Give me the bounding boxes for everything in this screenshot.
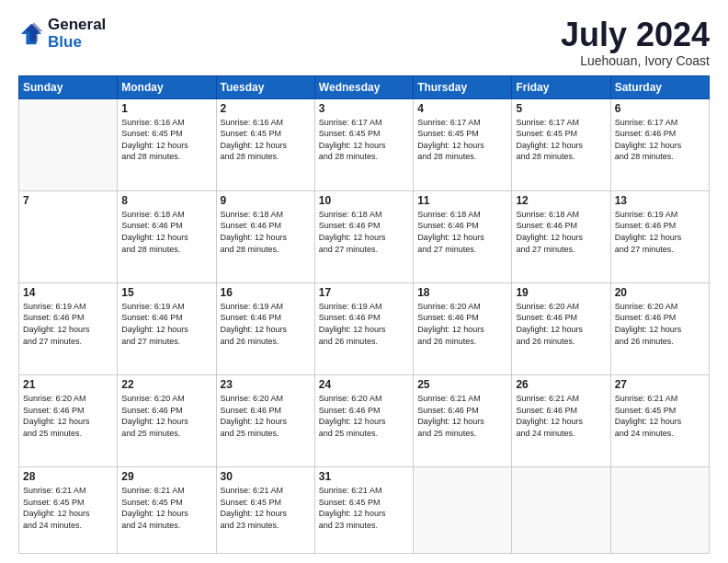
logo-general: General	[48, 17, 106, 34]
day-number: 18	[417, 286, 507, 299]
calendar-cell: 16Sunrise: 6:19 AM Sunset: 6:46 PM Dayli…	[216, 282, 314, 374]
calendar-cell: 9Sunrise: 6:18 AM Sunset: 6:46 PM Daylig…	[216, 190, 314, 282]
day-info: Sunrise: 6:21 AM Sunset: 6:45 PM Dayligh…	[221, 485, 311, 531]
calendar-header-thursday: Thursday	[414, 75, 512, 98]
calendar-week-0: 1Sunrise: 6:16 AM Sunset: 6:45 PM Daylig…	[19, 98, 710, 190]
day-info: Sunrise: 6:17 AM Sunset: 6:45 PM Dayligh…	[516, 117, 606, 163]
day-number: 28	[23, 470, 113, 483]
day-info: Sunrise: 6:16 AM Sunset: 6:45 PM Dayligh…	[221, 117, 311, 163]
calendar-cell	[19, 98, 118, 190]
calendar-cell: 13Sunrise: 6:19 AM Sunset: 6:46 PM Dayli…	[610, 190, 709, 282]
calendar-cell: 24Sunrise: 6:20 AM Sunset: 6:46 PM Dayli…	[314, 374, 413, 466]
day-number: 27	[615, 378, 705, 391]
calendar-week-2: 14Sunrise: 6:19 AM Sunset: 6:46 PM Dayli…	[19, 282, 710, 374]
day-info: Sunrise: 6:17 AM Sunset: 6:46 PM Dayligh…	[615, 117, 705, 163]
day-number: 26	[516, 378, 606, 391]
calendar-cell: 26Sunrise: 6:21 AM Sunset: 6:46 PM Dayli…	[512, 374, 610, 466]
day-number: 30	[221, 470, 311, 483]
page: General Blue July 2024 Luehouan, Ivory C…	[0, 0, 728, 563]
calendar-cell: 23Sunrise: 6:20 AM Sunset: 6:46 PM Dayli…	[216, 374, 314, 466]
logo: General Blue	[18, 17, 106, 51]
day-number: 16	[221, 286, 311, 299]
day-info: Sunrise: 6:19 AM Sunset: 6:46 PM Dayligh…	[23, 301, 113, 347]
calendar-header-wednesday: Wednesday	[314, 75, 413, 98]
day-number: 10	[319, 194, 409, 207]
day-number: 20	[615, 286, 705, 299]
day-info: Sunrise: 6:20 AM Sunset: 6:46 PM Dayligh…	[516, 301, 606, 347]
day-number: 12	[516, 194, 606, 207]
day-number: 4	[417, 102, 507, 115]
day-info: Sunrise: 6:20 AM Sunset: 6:46 PM Dayligh…	[615, 301, 705, 347]
day-info: Sunrise: 6:19 AM Sunset: 6:46 PM Dayligh…	[319, 301, 409, 347]
calendar-week-3: 21Sunrise: 6:20 AM Sunset: 6:46 PM Dayli…	[19, 374, 710, 466]
day-info: Sunrise: 6:21 AM Sunset: 6:45 PM Dayligh…	[615, 393, 705, 439]
day-info: Sunrise: 6:20 AM Sunset: 6:46 PM Dayligh…	[121, 393, 211, 439]
calendar-week-4: 28Sunrise: 6:21 AM Sunset: 6:45 PM Dayli…	[19, 467, 710, 554]
day-number: 25	[417, 378, 507, 391]
calendar-cell: 5Sunrise: 6:17 AM Sunset: 6:45 PM Daylig…	[512, 98, 610, 190]
calendar-cell: 7	[19, 190, 118, 282]
calendar-cell: 20Sunrise: 6:20 AM Sunset: 6:46 PM Dayli…	[610, 282, 709, 374]
day-number: 22	[121, 378, 211, 391]
day-info: Sunrise: 6:18 AM Sunset: 6:46 PM Dayligh…	[319, 209, 409, 255]
day-number: 14	[23, 286, 113, 299]
day-info: Sunrise: 6:21 AM Sunset: 6:45 PM Dayligh…	[319, 485, 409, 531]
day-number: 13	[615, 194, 705, 207]
day-number: 17	[319, 286, 409, 299]
day-info: Sunrise: 6:21 AM Sunset: 6:45 PM Dayligh…	[23, 485, 113, 531]
calendar-header-tuesday: Tuesday	[216, 75, 314, 98]
calendar-cell: 25Sunrise: 6:21 AM Sunset: 6:46 PM Dayli…	[414, 374, 512, 466]
calendar-cell	[414, 467, 512, 554]
calendar-cell: 18Sunrise: 6:20 AM Sunset: 6:46 PM Dayli…	[414, 282, 512, 374]
calendar-cell: 31Sunrise: 6:21 AM Sunset: 6:45 PM Dayli…	[314, 467, 413, 554]
day-number: 1	[121, 102, 211, 115]
calendar-cell: 8Sunrise: 6:18 AM Sunset: 6:46 PM Daylig…	[118, 190, 216, 282]
calendar-cell: 30Sunrise: 6:21 AM Sunset: 6:45 PM Dayli…	[216, 467, 314, 554]
calendar-cell: 27Sunrise: 6:21 AM Sunset: 6:45 PM Dayli…	[610, 374, 709, 466]
day-number: 2	[221, 102, 311, 115]
day-info: Sunrise: 6:17 AM Sunset: 6:45 PM Dayligh…	[417, 117, 507, 163]
location: Luehouan, Ivory Coast	[561, 53, 710, 68]
calendar-table: SundayMondayTuesdayWednesdayThursdayFrid…	[18, 75, 710, 554]
calendar-cell	[512, 467, 610, 554]
day-number: 11	[417, 194, 507, 207]
calendar-header-row: SundayMondayTuesdayWednesdayThursdayFrid…	[19, 75, 710, 98]
calendar-cell: 2Sunrise: 6:16 AM Sunset: 6:45 PM Daylig…	[216, 98, 314, 190]
day-number: 21	[23, 378, 113, 391]
day-number: 19	[516, 286, 606, 299]
day-info: Sunrise: 6:20 AM Sunset: 6:46 PM Dayligh…	[221, 393, 311, 439]
day-number: 9	[221, 194, 311, 207]
calendar-cell	[610, 467, 709, 554]
logo-text: General Blue	[48, 17, 106, 51]
calendar-cell: 17Sunrise: 6:19 AM Sunset: 6:46 PM Dayli…	[314, 282, 413, 374]
day-info: Sunrise: 6:19 AM Sunset: 6:46 PM Dayligh…	[221, 301, 311, 347]
calendar-cell: 29Sunrise: 6:21 AM Sunset: 6:45 PM Dayli…	[118, 467, 216, 554]
day-info: Sunrise: 6:18 AM Sunset: 6:46 PM Dayligh…	[417, 209, 507, 255]
day-info: Sunrise: 6:17 AM Sunset: 6:45 PM Dayligh…	[319, 117, 409, 163]
calendar-cell: 1Sunrise: 6:16 AM Sunset: 6:45 PM Daylig…	[118, 98, 216, 190]
day-number: 23	[221, 378, 311, 391]
day-info: Sunrise: 6:21 AM Sunset: 6:45 PM Dayligh…	[121, 485, 211, 531]
calendar-cell: 3Sunrise: 6:17 AM Sunset: 6:45 PM Daylig…	[314, 98, 413, 190]
calendar-header-friday: Friday	[512, 75, 610, 98]
calendar-header-monday: Monday	[118, 75, 216, 98]
day-number: 5	[516, 102, 606, 115]
day-info: Sunrise: 6:16 AM Sunset: 6:45 PM Dayligh…	[121, 117, 211, 163]
day-number: 7	[23, 194, 113, 207]
month-title: July 2024	[561, 17, 710, 53]
day-number: 6	[615, 102, 705, 115]
day-number: 15	[121, 286, 211, 299]
day-info: Sunrise: 6:20 AM Sunset: 6:46 PM Dayligh…	[319, 393, 409, 439]
day-number: 31	[319, 470, 409, 483]
calendar-cell: 12Sunrise: 6:18 AM Sunset: 6:46 PM Dayli…	[512, 190, 610, 282]
calendar-cell: 10Sunrise: 6:18 AM Sunset: 6:46 PM Dayli…	[314, 190, 413, 282]
day-info: Sunrise: 6:21 AM Sunset: 6:46 PM Dayligh…	[417, 393, 507, 439]
calendar-cell: 11Sunrise: 6:18 AM Sunset: 6:46 PM Dayli…	[414, 190, 512, 282]
day-info: Sunrise: 6:19 AM Sunset: 6:46 PM Dayligh…	[121, 301, 211, 347]
day-info: Sunrise: 6:20 AM Sunset: 6:46 PM Dayligh…	[417, 301, 507, 347]
day-info: Sunrise: 6:18 AM Sunset: 6:46 PM Dayligh…	[121, 209, 211, 255]
day-info: Sunrise: 6:19 AM Sunset: 6:46 PM Dayligh…	[615, 209, 705, 255]
calendar-cell: 6Sunrise: 6:17 AM Sunset: 6:46 PM Daylig…	[610, 98, 709, 190]
calendar-cell: 15Sunrise: 6:19 AM Sunset: 6:46 PM Dayli…	[118, 282, 216, 374]
header: General Blue July 2024 Luehouan, Ivory C…	[18, 17, 710, 68]
